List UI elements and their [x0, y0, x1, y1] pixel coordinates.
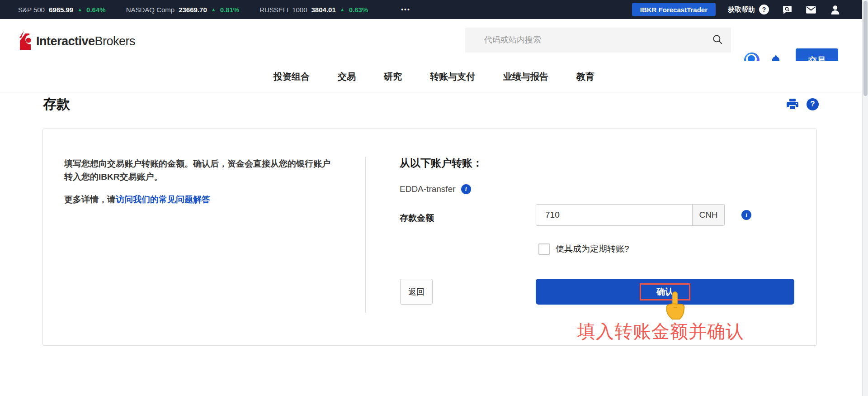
- search-button[interactable]: [704, 28, 731, 52]
- up-arrow-icon: ▲: [340, 7, 345, 12]
- more-details-line: 更多详情，请访问我们的常见问题解答: [64, 194, 332, 205]
- ticker-nasdaq[interactable]: NASDAQ Comp 23669.70 ▲ 0.81%: [126, 6, 240, 14]
- mail-icon[interactable]: [805, 4, 817, 15]
- nav-item-performance-reports[interactable]: 业绩与报告: [503, 71, 548, 83]
- brand-bold: Interactive: [36, 34, 95, 48]
- market-ticker-bar: S&P 500 6965.99 ▲ 0.64% NASDAQ Comp 2366…: [0, 0, 868, 19]
- ticker-change: 0.63%: [349, 6, 368, 14]
- nav-item-transfer-pay[interactable]: 转账与支付: [430, 71, 475, 83]
- method-info-icon[interactable]: i: [461, 184, 471, 194]
- page-help-icon[interactable]: ?: [807, 98, 819, 110]
- up-arrow-icon: ▲: [77, 7, 82, 12]
- ticker-label: NASDAQ Comp: [126, 6, 175, 14]
- ticker-value: 23669.70: [179, 6, 207, 14]
- ticker-group: S&P 500 6965.99 ▲ 0.64% NASDAQ Comp 2366…: [18, 6, 410, 14]
- deposit-amount-label: 存款金额: [400, 212, 434, 224]
- more-details-prefix: 更多详情，请: [64, 195, 116, 204]
- search-input[interactable]: [465, 35, 704, 45]
- deposit-card: 填写您想向交易账户转账的金额。确认后，资金会直接从您的银行账户转入您的IBKR交…: [42, 129, 817, 346]
- recurring-checkbox[interactable]: [538, 243, 550, 255]
- ticker-value: 6965.99: [49, 6, 73, 14]
- transfer-method-name: EDDA-transfer: [400, 184, 456, 194]
- topbar-right: IBKR ForecastTrader 获取帮助 ?: [632, 3, 841, 16]
- from-account-heading: 从以下账户转账：: [400, 156, 483, 170]
- amount-info-icon-wrap: i: [741, 210, 751, 220]
- search-icon: [712, 33, 723, 47]
- feedback-chat-icon[interactable]: [781, 4, 793, 15]
- transfer-method-row: EDDA-transfer i: [400, 184, 471, 194]
- nav-item-trade[interactable]: 交易: [338, 71, 356, 83]
- deposit-amount-field: CNH: [536, 204, 725, 226]
- help-question-icon: ?: [759, 5, 769, 14]
- amount-info-icon[interactable]: i: [741, 210, 751, 220]
- red-annotation-text: 填入转账金额并确认: [577, 319, 744, 344]
- scrollbar-thumb[interactable]: [863, 1, 868, 96]
- get-help-button[interactable]: 获取帮助 ?: [728, 5, 769, 14]
- ticker-change: 0.64%: [86, 6, 106, 14]
- recurring-label: 使其成为定期转账?: [556, 243, 629, 255]
- forecast-trader-button[interactable]: IBKR ForecastTrader: [632, 3, 716, 16]
- ticker-change: 0.81%: [220, 6, 240, 14]
- instructions-text: 填写您想向交易账户转账的金额。确认后，资金会直接从您的银行账户转入您的IBKR交…: [64, 157, 332, 184]
- site-search: [465, 28, 731, 52]
- back-button[interactable]: 返回: [400, 279, 433, 305]
- deposit-instructions: 填写您想向交易账户转账的金额。确认后，资金会直接从您的银行账户转入您的IBKR交…: [64, 157, 332, 205]
- ticker-label: RUSSELL 1000: [259, 6, 307, 14]
- column-divider: [365, 157, 366, 313]
- nav-item-research[interactable]: 研究: [384, 71, 402, 83]
- confirm-highlight-box: 确认: [640, 283, 690, 301]
- ticker-value: 3804.01: [311, 6, 336, 14]
- site-header: InteractiveBrokers 交易: [0, 19, 868, 61]
- ticker-sp500[interactable]: S&P 500 6965.99 ▲ 0.64%: [18, 6, 106, 14]
- recurring-transfer-option[interactable]: 使其成为定期转账?: [538, 243, 629, 255]
- page-title: 存款: [43, 95, 70, 114]
- brand-light: Brokers: [95, 34, 136, 48]
- nav-item-portfolio[interactable]: 投资组合: [274, 71, 310, 83]
- ibkr-logo[interactable]: InteractiveBrokers: [18, 31, 135, 52]
- confirm-button[interactable]: 确认: [536, 279, 794, 305]
- print-icon[interactable]: [786, 97, 799, 111]
- up-arrow-icon: ▲: [211, 7, 216, 12]
- page-scrollbar[interactable]: [862, 0, 868, 396]
- ticker-label: S&P 500: [18, 6, 45, 14]
- page-content: 存款 ? 填写您想向交易账户转账的金额。确认后，资金会直接从您的银行账户转入您的…: [0, 93, 868, 396]
- deposit-amount-input[interactable]: [536, 205, 692, 225]
- title-actions: ?: [786, 97, 819, 111]
- user-account-icon[interactable]: [829, 4, 841, 15]
- nav-item-education[interactable]: 教育: [576, 71, 594, 83]
- main-nav: 投资组合 交易 研究 转账与支付 业绩与报告 教育: [0, 61, 868, 92]
- currency-code: CNH: [692, 205, 724, 225]
- ticker-russell1000[interactable]: RUSSELL 1000 3804.01 ▲ 0.63%: [259, 6, 368, 14]
- ibkr-logo-mark-icon: [18, 31, 32, 52]
- brand-text: InteractiveBrokers: [36, 34, 135, 48]
- get-help-label: 获取帮助: [728, 5, 755, 14]
- faq-link[interactable]: 访问我们的常见问题解答: [116, 195, 210, 204]
- ticker-more-button[interactable]: •••: [401, 6, 410, 13]
